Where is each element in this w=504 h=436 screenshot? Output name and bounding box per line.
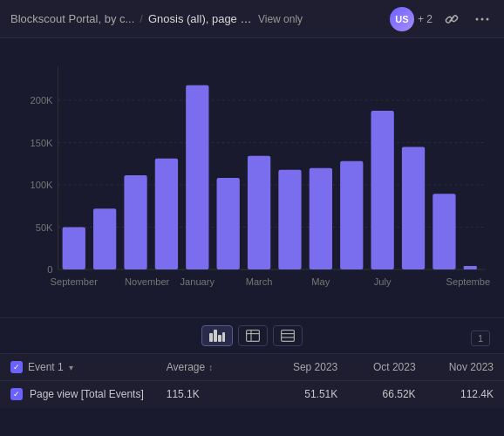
- th-average: Average ↕: [167, 361, 260, 373]
- row-sep-2023: 51.51K: [260, 388, 337, 400]
- bar-oct: [93, 208, 116, 269]
- table-header: ✓ Event 1 ▾ Average ↕ Sep 2023 Oct 2023 …: [0, 354, 504, 381]
- avatar-group: US + 2: [390, 7, 432, 31]
- bar-feb: [217, 178, 240, 269]
- x-label-sep: September: [51, 276, 99, 287]
- svg-rect-9: [209, 333, 213, 342]
- event-chevron-icon[interactable]: ▾: [69, 363, 73, 372]
- y-label-0: 0: [47, 264, 52, 275]
- event-checkbox-header[interactable]: ✓: [10, 361, 23, 373]
- x-label-nov: November: [125, 276, 170, 287]
- chart-area: 0 50K 100K 150K 200K: [0, 38, 504, 317]
- sort-icon[interactable]: ↕: [208, 363, 213, 372]
- th-nov-2023: Nov 2023: [416, 361, 494, 373]
- view-only-badge: View only: [258, 13, 303, 25]
- bar-sep: [63, 228, 85, 270]
- svg-rect-13: [247, 330, 260, 342]
- bar-mar: [248, 156, 270, 269]
- y-label-200k: 200K: [31, 95, 54, 106]
- row-event-cell: ✓ Page view [Total Events]: [10, 388, 167, 400]
- bar-jul: [402, 147, 425, 270]
- view-toggle-group: [0, 325, 504, 346]
- top-bar: Blockscout Portal, by c... / Gnosis (all…: [0, 0, 504, 38]
- table-row: ✓ Page view [Total Events] 115.1K 51.51K…: [0, 381, 504, 408]
- split-btn[interactable]: [273, 325, 303, 346]
- more-icon: [474, 11, 490, 27]
- bar-dec: [155, 159, 178, 269]
- breadcrumb-area: Blockscout Portal, by c... / Gnosis (all…: [10, 12, 383, 25]
- svg-point-2: [487, 17, 489, 20]
- breadcrumb-app: Blockscout Portal, by c...: [10, 12, 134, 25]
- bar-apr: [278, 170, 301, 269]
- x-label-sep2: September: [446, 276, 490, 287]
- y-label-100k: 100K: [31, 180, 54, 190]
- svg-rect-12: [222, 332, 225, 342]
- row-checkbox[interactable]: ✓: [10, 388, 23, 400]
- split-icon: [281, 330, 295, 342]
- row-average: 115.1K: [167, 388, 260, 400]
- y-label-50k: 50K: [36, 222, 53, 233]
- chart-controls: 1: [0, 317, 504, 353]
- th-oct-2023: Oct 2023: [337, 361, 415, 373]
- avatar: US: [390, 7, 414, 31]
- bar-aug: [432, 194, 455, 269]
- x-label-mar: March: [246, 276, 273, 287]
- svg-point-0: [476, 17, 479, 20]
- plus-count: + 2: [418, 13, 432, 25]
- top-bar-actions: US + 2: [390, 7, 494, 31]
- y-label-150k: 150K: [31, 138, 54, 148]
- svg-rect-11: [218, 335, 221, 342]
- breadcrumb-page: Gnosis (all), page v...: [148, 12, 253, 25]
- table-section: ✓ Event 1 ▾ Average ↕ Sep 2023 Oct 2023 …: [0, 353, 504, 408]
- table-btn[interactable]: [238, 325, 268, 346]
- bar-sep2: [464, 266, 477, 269]
- row-event-label: Page view [Total Events]: [30, 388, 144, 400]
- bar-jun: [371, 111, 394, 269]
- th-event: ✓ Event 1 ▾: [10, 361, 167, 373]
- more-options-button[interactable]: [471, 10, 494, 29]
- x-label-jan: January: [180, 276, 215, 287]
- breadcrumb-separator: /: [140, 12, 143, 25]
- bar-chart-icon: [209, 330, 225, 342]
- row-oct-2023: 66.52K: [337, 388, 415, 400]
- th-sep-2023: Sep 2023: [260, 361, 337, 373]
- x-label-jul: July: [374, 276, 392, 287]
- page-indicator: 1: [471, 330, 490, 346]
- link-button[interactable]: [441, 10, 462, 28]
- svg-point-1: [481, 17, 484, 20]
- svg-rect-10: [214, 330, 217, 342]
- bar-nov: [124, 175, 146, 269]
- bar-jan: [186, 85, 208, 269]
- bar-may-b: [340, 161, 363, 269]
- chart-container: 0 50K 100K 150K 200K: [14, 52, 490, 310]
- row-nov-2023: 112.4K: [416, 388, 494, 400]
- bar-chart: 0 50K 100K 150K 200K: [14, 52, 490, 310]
- svg-rect-16: [282, 330, 295, 342]
- x-label-may: May: [311, 276, 330, 287]
- table-icon: [246, 330, 260, 342]
- bar-may-a: [310, 168, 332, 269]
- bar-chart-btn[interactable]: [201, 325, 233, 346]
- link-icon: [445, 12, 459, 26]
- event-header-label: Event 1: [28, 361, 64, 373]
